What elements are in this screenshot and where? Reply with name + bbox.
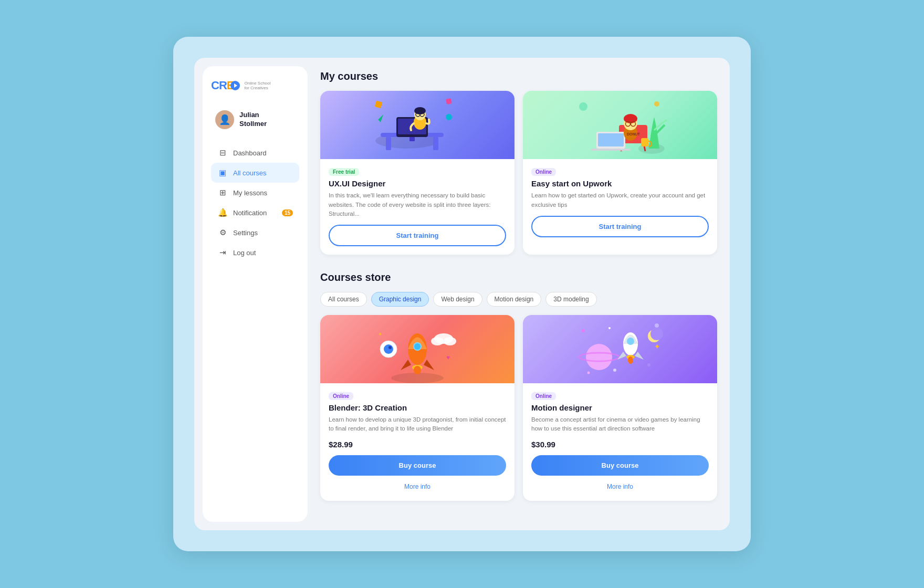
sidebar-item-logout[interactable]: ⇥ Log out	[211, 243, 299, 262]
sidebar-label-logout: Log out	[233, 249, 256, 257]
course-price-motion: $30.99	[531, 440, 709, 449]
courses-store-section: Courses store All courses Graphic design…	[320, 271, 717, 501]
start-training-uxui-button[interactable]: Start training	[329, 225, 506, 246]
course-card-blender: ♥ ✦ Online Blender: 3D Creation Learn ho…	[320, 315, 514, 501]
svg-point-39	[384, 344, 393, 354]
course-card-motion: ✦ Online Motion designer Become	[523, 315, 717, 501]
svg-point-25	[624, 114, 637, 123]
avatar	[215, 110, 234, 129]
sidebar-item-dashboard[interactable]: ⊟ Dashboard	[211, 143, 299, 163]
course-thumb-uxui	[320, 91, 514, 159]
svg-point-55	[587, 372, 590, 374]
course-desc-blender: Learn how to develop a unique 3D protago…	[329, 415, 506, 434]
svg-text:✦: ✦	[654, 342, 660, 351]
course-card-uxui: Free trial UX.UI Designer In this track,…	[320, 91, 514, 255]
filter-motion-design[interactable]: Motion design	[487, 292, 542, 307]
motion-illustration: ✦	[568, 315, 673, 383]
svg-text:✦: ✦	[378, 331, 382, 337]
buy-course-blender-button[interactable]: Buy course	[329, 455, 506, 476]
sidebar-label-notification: Notification	[233, 209, 267, 217]
filter-tabs: All courses Graphic design Web design Mo…	[320, 292, 717, 307]
logout-icon: ⇥	[217, 248, 228, 257]
course-badge-uxui: Free trial	[329, 168, 359, 176]
sidebar-item-notification[interactable]: 🔔 Notification 15	[211, 203, 299, 223]
svg-point-43	[444, 337, 456, 345]
svg-rect-13	[375, 101, 383, 109]
svg-rect-21	[598, 133, 624, 146]
svg-marker-16	[378, 114, 383, 122]
my-courses-title: My courses	[320, 70, 717, 82]
screen-wrapper: CR E Online School for Creatives Julian …	[173, 37, 751, 551]
svg-point-40	[388, 346, 392, 349]
logo-text: CR	[211, 79, 227, 92]
svg-point-30	[579, 102, 587, 111]
filter-graphic-design[interactable]: Graphic design	[371, 292, 429, 307]
uxui-illustration	[365, 91, 470, 159]
svg-point-37	[414, 366, 421, 374]
course-title-blender: Blender: 3D Creation	[329, 403, 506, 412]
course-card-blender-body: Online Blender: 3D Creation Learn how to…	[320, 383, 514, 501]
course-card-upwork-body: Online Easy start on Upwork Learn how to…	[523, 159, 717, 246]
course-card-uxui-body: Free trial UX.UI Designer In this track,…	[320, 159, 514, 255]
course-badge-upwork: Online	[531, 168, 556, 176]
sidebar-item-my-lessons[interactable]: ⊞ My lessons	[211, 183, 299, 203]
svg-point-58	[613, 369, 616, 372]
svg-point-31	[654, 101, 659, 107]
svg-point-15	[446, 114, 452, 120]
course-desc-motion: Become a concept artist for cinema or vi…	[531, 415, 709, 434]
svg-point-42	[431, 337, 444, 345]
sidebar-label-all-courses: All courses	[233, 169, 267, 177]
svg-point-53	[655, 323, 659, 328]
app-container: CR E Online School for Creatives Julian …	[194, 58, 730, 530]
svg-point-51	[628, 356, 633, 364]
sidebar-label-my-lessons: My lessons	[233, 189, 267, 197]
store-courses-grid: ♥ ✦ Online Blender: 3D Creation Learn ho…	[320, 315, 717, 501]
filter-3d-modeling[interactable]: 3D modeling	[545, 292, 596, 307]
course-desc-upwork: Learn how to get started on Upwork, crea…	[531, 191, 709, 209]
course-title-motion: Motion designer	[531, 403, 709, 412]
course-thumb-motion: ✦	[523, 315, 717, 383]
svg-rect-6	[410, 137, 415, 141]
svg-point-57	[608, 327, 611, 329]
sidebar-item-all-courses[interactable]: ▣ All courses	[211, 163, 299, 183]
filter-web-design[interactable]: Web design	[433, 292, 482, 307]
main-content: My courses	[316, 58, 730, 530]
svg-point-49	[627, 338, 634, 345]
svg-text:DONUT: DONUT	[627, 132, 640, 136]
svg-point-46	[586, 344, 612, 370]
course-title-uxui: UX.UI Designer	[329, 179, 506, 188]
svg-rect-22	[591, 149, 631, 151]
user-profile: Julian Stollmer	[211, 105, 299, 134]
buy-course-motion-button[interactable]: Buy course	[531, 455, 709, 476]
notification-badge: 15	[282, 209, 293, 216]
course-price-blender: $28.99	[329, 440, 506, 449]
course-badge-motion: Online	[531, 392, 556, 400]
settings-icon: ⚙	[217, 228, 228, 237]
course-card-upwork: DONUT Online Easy start on Upwork Learn …	[523, 91, 717, 255]
course-thumb-blender: ♥ ✦	[320, 315, 514, 383]
course-thumb-upwork: DONUT	[523, 91, 717, 159]
svg-rect-2	[386, 137, 391, 150]
svg-rect-3	[433, 137, 438, 150]
logo: CR E Online School for Creatives	[211, 79, 299, 92]
dashboard-icon: ⊟	[217, 148, 228, 158]
svg-point-60	[650, 328, 663, 340]
more-info-motion-button[interactable]: More info	[531, 481, 709, 492]
sidebar-item-settings[interactable]: ⚙ Settings	[211, 223, 299, 243]
course-desc-uxui: In this track, we'll learn everything ne…	[329, 191, 506, 218]
all-courses-icon: ▣	[217, 168, 228, 177]
my-lessons-icon: ⊞	[217, 188, 228, 197]
filter-all-courses[interactable]: All courses	[320, 292, 367, 307]
course-card-motion-body: Online Motion designer Become a concept …	[523, 383, 717, 501]
my-courses-grid: Free trial UX.UI Designer In this track,…	[320, 91, 717, 255]
more-info-blender-button[interactable]: More info	[329, 481, 506, 492]
svg-point-54	[647, 363, 650, 366]
blender-illustration: ♥ ✦	[365, 315, 470, 383]
sidebar-nav: ⊟ Dashboard ▣ All courses ⊞ My lessons 🔔…	[211, 143, 299, 262]
svg-rect-14	[446, 99, 452, 105]
logo-play-icon	[230, 81, 240, 90]
course-badge-blender: Online	[329, 392, 353, 400]
user-name: Julian Stollmer	[239, 111, 267, 129]
start-training-upwork-button[interactable]: Start training	[531, 216, 709, 237]
sidebar: CR E Online School for Creatives Julian …	[203, 66, 308, 521]
